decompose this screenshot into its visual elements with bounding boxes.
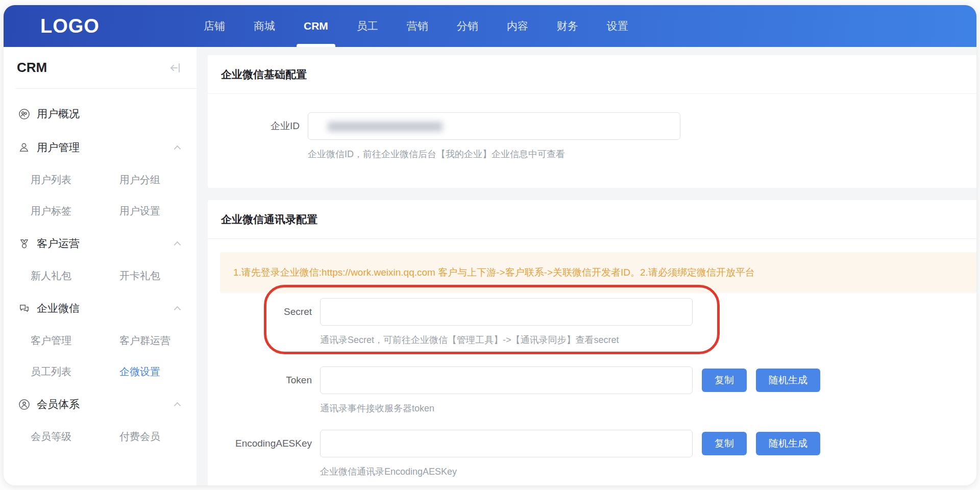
aeskey-helper: 企业微信通讯录EncodingAESKey: [320, 465, 976, 478]
sidebar-item-label: 用户管理: [37, 140, 174, 155]
aeskey-input[interactable]: [320, 430, 693, 457]
sidebar-title: CRM: [17, 60, 47, 76]
top-navbar: LOGO 店铺 商城 CRM 员工 营销 分销 内容 财务 设置: [4, 5, 976, 47]
sidebar-subgroup-user: 用户列表 用户分组 用户标签 用户设置: [31, 164, 197, 227]
sidebar-item-label: 客户运营: [37, 236, 174, 251]
token-generate-button[interactable]: 随机生成: [756, 369, 820, 392]
card-title: 企业微信基础配置: [208, 55, 976, 94]
aeskey-copy-button[interactable]: 复制: [702, 432, 747, 455]
sidebar-item-user-list[interactable]: 用户列表: [31, 164, 119, 195]
user-icon: [18, 141, 30, 154]
warning-alert: 1.请先登录企业微信:https://work.weixin.qq.com 客户…: [220, 252, 976, 293]
sidebar-subgroup-operation: 新人礼包 开卡礼包: [31, 260, 197, 291]
sidebar-item-customer-operation[interactable]: 客户运营: [4, 227, 197, 260]
member-icon: [18, 398, 30, 410]
sidebar-item-user-groups[interactable]: 用户分组: [119, 164, 197, 195]
secret-input[interactable]: [320, 298, 693, 326]
corp-id-input[interactable]: [308, 112, 680, 140]
sidebar-item-customer-management[interactable]: 客户管理: [31, 325, 119, 356]
sidebar-subgroup-wecom: 客户管理 客户群运营 员工列表 企微设置: [31, 325, 197, 387]
sidebar-item-customer-group-ops[interactable]: 客户群运营: [119, 325, 197, 356]
secret-label: Secret: [220, 306, 320, 317]
sidebar-item-user-settings[interactable]: 用户设置: [119, 195, 197, 227]
chat-bubbles-icon: [18, 302, 30, 314]
sidebar-item-card-pack[interactable]: 开卡礼包: [119, 260, 197, 291]
nav-item-staff[interactable]: 员工: [357, 5, 378, 47]
corp-id-helper: 企业微信ID，前往企业微信后台【我的企业】企业信息中可查看: [308, 148, 976, 160]
masked-value: [328, 121, 443, 132]
card-wecom-basic-config: 企业微信基础配置 企业ID 企业微信ID，前往企业微信后台【我的企业】企业信息中…: [208, 55, 976, 188]
secret-row: Secret 通讯录Secret，可前往企业微信【管理工具】->【通讯录同步】查…: [220, 298, 976, 346]
aeskey-row: EncodingAESKey 复制 随机生成 企业微信通讯录EncodingAE…: [220, 430, 976, 478]
sidebar-item-user-tags[interactable]: 用户标签: [31, 195, 119, 227]
sidebar-item-user-overview[interactable]: 用户概况: [4, 97, 197, 131]
nav-item-marketing[interactable]: 营销: [407, 5, 428, 47]
logo: LOGO: [4, 5, 157, 47]
nav-item-finance[interactable]: 财务: [557, 5, 578, 47]
nav-item-settings[interactable]: 设置: [607, 5, 628, 47]
sidebar-subgroup-membership: 会员等级 付费会员: [31, 421, 197, 452]
sidebar-item-wecom-settings[interactable]: 企微设置: [119, 356, 197, 387]
token-helper: 通讯录事件接收服务器token: [320, 402, 976, 414]
sidebar-item-label: 用户概况: [37, 107, 181, 121]
sidebar-item-label: 企业微信: [37, 301, 174, 315]
nav-item-shop[interactable]: 店铺: [204, 5, 225, 47]
main-content: 企业微信基础配置 企业ID 企业微信ID，前往企业微信后台【我的企业】企业信息中…: [197, 47, 976, 485]
users-overview-icon: [18, 108, 30, 120]
token-input[interactable]: [320, 366, 693, 394]
sidebar-item-user-management[interactable]: 用户管理: [4, 131, 197, 164]
secret-helper: 通讯录Secret，可前往企业微信【管理工具】->【通讯录同步】查看secret: [320, 334, 976, 346]
sidebar-item-paid-member[interactable]: 付费会员: [119, 421, 197, 452]
chevron-up-icon: [174, 306, 181, 311]
sidebar-item-wecom[interactable]: 企业微信: [4, 291, 197, 325]
chevron-up-icon: [174, 402, 181, 407]
sidebar-item-newcomer-pack[interactable]: 新人礼包: [31, 260, 119, 291]
chevron-up-icon: [174, 241, 181, 246]
nav-item-content[interactable]: 内容: [507, 5, 528, 47]
nav-item-distribution[interactable]: 分销: [457, 5, 478, 47]
nav-item-crm[interactable]: CRM: [304, 5, 328, 47]
sidebar-item-member-level[interactable]: 会员等级: [31, 421, 119, 452]
corp-id-label: 企业ID: [208, 119, 308, 133]
app-window: LOGO 店铺 商城 CRM 员工 营销 分销 内容 财务 设置 CRM: [4, 5, 976, 485]
card-wecom-contacts-config: 企业微信通讯录配置 1.请先登录企业微信:https://work.weixin…: [208, 200, 976, 485]
token-label: Token: [220, 375, 320, 386]
sidebar: CRM: [4, 47, 197, 485]
aeskey-generate-button[interactable]: 随机生成: [756, 432, 820, 455]
sidebar-item-membership[interactable]: 会员体系: [4, 387, 197, 421]
sidebar-item-label: 会员体系: [37, 397, 174, 411]
main-nav: 店铺 商城 CRM 员工 营销 分销 内容 财务 设置: [204, 5, 628, 47]
sidebar-item-staff-list[interactable]: 员工列表: [31, 356, 119, 387]
sidebar-menu: 用户概况 用户管理 用户列表 用户分组: [4, 89, 197, 452]
chevron-up-icon: [174, 145, 181, 150]
card-title: 企业微信通讯录配置: [208, 200, 976, 239]
medal-icon: [18, 237, 30, 250]
nav-item-mall[interactable]: 商城: [254, 5, 275, 47]
token-row: Token 复制 随机生成 通讯录事件接收服务器token: [220, 366, 976, 414]
collapse-left-icon[interactable]: [169, 62, 181, 74]
token-copy-button[interactable]: 复制: [702, 369, 747, 392]
aeskey-label: EncodingAESKey: [220, 438, 320, 449]
